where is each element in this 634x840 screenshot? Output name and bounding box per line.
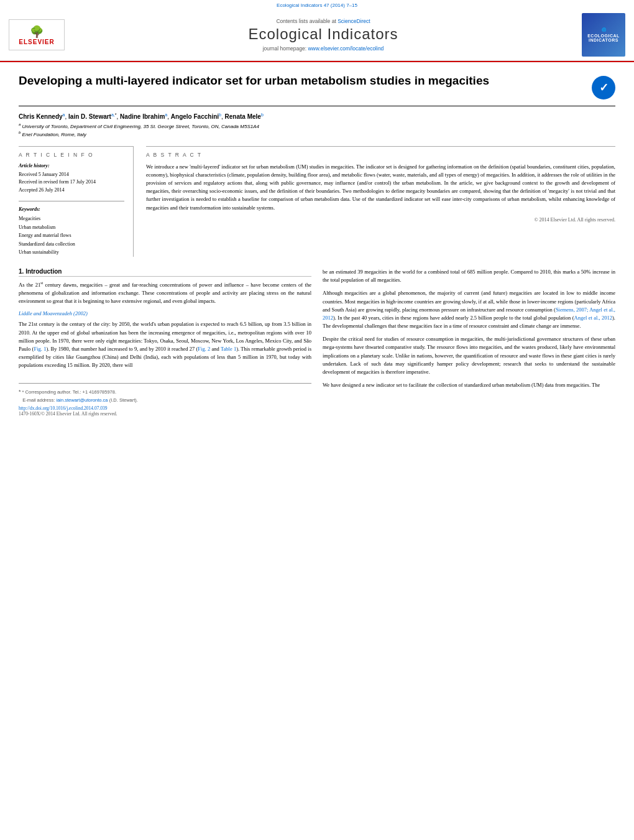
abstract-header: A B S T R A C T	[146, 152, 615, 158]
affiliations: a University of Toronto, Department of C…	[19, 122, 615, 137]
globe-icon: 🌐	[602, 27, 606, 32]
journal-banner: 🌳 ELSEVIER Contents lists available at S…	[0, 9, 634, 61]
right-paragraph-3: Despite the critical need for studies of…	[323, 335, 615, 376]
elsevier-wordmark: ELSEVIER	[19, 39, 54, 45]
abstract-text: We introduce a new 'multi-layered' indic…	[146, 163, 615, 212]
article-title: Developing a multi-layered indicator set…	[19, 73, 489, 89]
affiliation-b: b Enel Foundation, Rome, Italy	[19, 131, 615, 137]
right-paragraph-1: be an estimated 39 megacities in the wor…	[323, 268, 615, 284]
elsevier-logo: 🌳 ELSEVIER	[9, 19, 65, 50]
keyword-2: Urban metabolism	[19, 223, 124, 232]
journal-homepage: journal homepage: www.elsevier.com/locat…	[65, 45, 582, 52]
journal-right-logo: 🌐 ECOLOGICAL INDICATORS	[582, 13, 625, 57]
divider-1	[19, 201, 124, 201]
article-info-header: A R T I C L E I N F O	[19, 152, 124, 158]
article-info-col: A R T I C L E I N F O Article history: R…	[19, 146, 134, 257]
sciencedirect-link[interactable]: ScienceDirect	[338, 18, 370, 24]
contents-label: Contents lists available at ScienceDirec…	[65, 18, 582, 24]
accepted-date: Accepted 26 July 2014	[19, 187, 124, 195]
main-body: 1. Introduction As the 21st century dawn…	[19, 268, 615, 417]
keyword-3: Energy and material flows	[19, 231, 124, 240]
info-abstract-section: A R T I C L E I N F O Article history: R…	[19, 146, 615, 257]
journal-right-text: ECOLOGICAL INDICATORS	[582, 34, 625, 42]
subsection-ref-liddle: Liddle and Moavenzadeh (2002)	[19, 310, 311, 316]
right-paragraph-2: Although megacities are a global phenome…	[323, 289, 615, 330]
homepage-link[interactable]: www.elsevier.com/locate/ecolind	[308, 45, 384, 52]
footnote-star: * * Corresponding author. Tel.: +1 41697…	[19, 387, 311, 396]
intro-paragraph-2: The 21st century is the century of the c…	[19, 320, 311, 369]
rights-line: 1470-160X/© 2014 Elsevier Ltd. All right…	[19, 411, 311, 417]
article-wrapper: Developing a multi-layered indicator set…	[0, 62, 634, 428]
journal-citation: Ecological Indicators 47 (2014) 7–15	[277, 2, 357, 8]
article-history-label: Article history:	[19, 163, 124, 168]
keywords-label: Keywords:	[19, 206, 124, 212]
journal-name: Ecological Indicators	[65, 25, 582, 43]
crossmark-icon: ✓	[599, 81, 609, 95]
affiliation-a: a University of Toronto, Department of C…	[19, 122, 615, 129]
history-dates: Received 5 January 2014 Received in revi…	[19, 171, 124, 195]
right-paragraph-4: We have designed a new indicator set to …	[323, 381, 615, 389]
crossmark-logo: ✓	[592, 76, 615, 99]
author-renata-mele: Renata Mele	[225, 113, 261, 120]
journal-title-center: Contents lists available at ScienceDirec…	[65, 18, 582, 52]
author-chris-kennedy: Chris Kennedy	[19, 113, 63, 120]
received-date: Received 5 January 2014	[19, 171, 124, 179]
intro-paragraph-1: As the 21st century dawns, megacities – …	[19, 280, 311, 305]
body-right-col: be an estimated 39 megacities in the wor…	[323, 268, 615, 417]
doi-line[interactable]: http://dx.doi.org/10.1016/j.ecolind.2014…	[19, 405, 311, 411]
email-link[interactable]: iain.stewart@utoronto.ca	[56, 397, 108, 403]
footnote-email: E-mail address: iain.stewart@utoronto.ca…	[19, 397, 311, 404]
tree-icon: 🌳	[30, 25, 44, 39]
authors-line: Chris Kennedya, Iain D. Stewarta,*, Nadi…	[19, 113, 615, 120]
author-iain-stewart: Iain D. Stewart	[68, 113, 111, 120]
abstract-col: A B S T R A C T We introduce a new 'mult…	[146, 146, 615, 257]
keyword-5: Urban sustainability	[19, 248, 124, 257]
revised-date: Received in revised form 17 July 2014	[19, 178, 124, 187]
author-angelo-facchini: Angelo Facchini	[171, 113, 219, 120]
journal-header: Ecological Indicators 47 (2014) 7–15 🌳 E…	[0, 0, 634, 62]
page-footer: * * Corresponding author. Tel.: +1 41697…	[19, 383, 311, 416]
copyright-line: © 2014 Elsevier Ltd. All rights reserved…	[146, 217, 615, 223]
keyword-4: Standardized data collection	[19, 240, 124, 249]
article-title-section: Developing a multi-layered indicator set…	[19, 73, 615, 106]
keywords-list: Megacities Urban metabolism Energy and m…	[19, 215, 124, 257]
section1-title: 1. Introduction	[19, 268, 311, 277]
keyword-1: Megacities	[19, 215, 124, 223]
journal-top-bar: Ecological Indicators 47 (2014) 7–15	[0, 0, 634, 9]
body-left-col: 1. Introduction As the 21st century dawn…	[19, 268, 311, 417]
author-nadine-ibrahim: Nadine Ibrahim	[120, 113, 165, 120]
